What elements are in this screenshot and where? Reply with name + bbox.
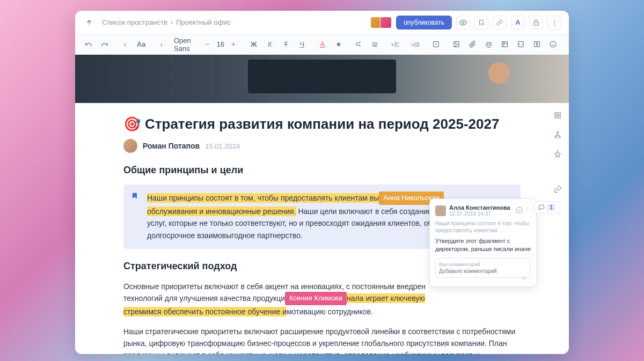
cover-image[interactable] [75, 55, 569, 103]
highlighted-text: обслуживания и инновационные решения. [147, 207, 296, 216]
user-tag-ksenia[interactable]: Ксения Климова [285, 292, 347, 305]
breadcrumb-current[interactable]: Проектный офис [176, 18, 231, 26]
rail-structure-icon[interactable] [551, 128, 565, 142]
chevron-down-icon[interactable]: › [156, 38, 167, 51]
font-size-value: 16 [216, 40, 225, 48]
text-color-button[interactable]: A [317, 38, 328, 51]
body-text: Наши цели включают в себя создание [296, 207, 432, 216]
comment-send-button[interactable]: ▷ [523, 274, 527, 281]
body-text: услуг, которые не только соответствуют, … [147, 219, 433, 227]
link-button[interactable] [493, 16, 507, 30]
size-increase-button[interactable]: + [228, 38, 239, 51]
attachment-button[interactable] [467, 38, 479, 51]
code-button[interactable] [515, 38, 527, 51]
mention-button[interactable]: @ [483, 38, 495, 51]
clear-format-button[interactable] [369, 38, 381, 51]
chevron-down-icon[interactable]: › [119, 38, 131, 51]
comment-card: Алла Константинова 12.07.2019 14:37 ⋮ На… [429, 198, 537, 287]
svg-point-27 [557, 131, 559, 134]
comment-actions: ⋮ [516, 207, 531, 215]
breadcrumb-sep: › [171, 18, 173, 26]
text-style-button[interactable]: Aа [135, 38, 147, 51]
svg-point-30 [559, 136, 561, 138]
author-avatar[interactable] [123, 139, 137, 153]
comment-icon [538, 204, 545, 211]
comment-input[interactable] [439, 268, 527, 274]
highlighted-text: стремимся обеспечить постоянное обучение… [123, 307, 287, 316]
comment-text: Утвердите этот фрагмент с директором, ра… [435, 237, 531, 254]
underline-button[interactable]: Ч [296, 38, 308, 51]
breadcrumb: Список пространств › Проектный офис [102, 18, 231, 26]
svg-point-0 [462, 21, 464, 24]
svg-line-32 [558, 135, 560, 136]
comment-meta: Алла Константинова 12.07.2019 14:37 [449, 204, 510, 217]
title-emoji: 🎯 [123, 116, 141, 132]
rail-link-icon[interactable] [551, 182, 565, 196]
size-decrease-button[interactable]: − [202, 38, 214, 51]
svg-rect-25 [555, 116, 557, 118]
more-icon[interactable]: ⋮ [525, 207, 531, 215]
author-name[interactable]: Роман Потапов [143, 142, 200, 150]
comment-quote: Наши принципы состоят в том, чтобы предо… [435, 220, 531, 234]
topbar-right: опубликовать A ⋮ [372, 16, 561, 30]
layout-button[interactable] [531, 38, 543, 51]
lock-button[interactable] [529, 16, 543, 30]
publish-button[interactable]: опубликовать [396, 16, 452, 30]
svg-point-29 [555, 136, 557, 138]
comment-date: 12.07.2019 14:37 [449, 211, 510, 217]
image-button[interactable] [451, 38, 463, 51]
comment-count: 1 [547, 204, 555, 211]
strikethrough-button[interactable]: Т [280, 38, 292, 51]
author-row: Роман Потапов 15.01.2024 [123, 139, 521, 153]
collaborator-avatars[interactable] [372, 17, 392, 28]
paragraph[interactable]: Наши стратегические приоритеты включают … [123, 326, 521, 354]
resolve-icon[interactable] [516, 207, 523, 215]
comment-header: Алла Константинова 12.07.2019 14:37 ⋮ [435, 204, 531, 217]
highlight-button[interactable] [333, 38, 345, 51]
list-button[interactable]: › [410, 38, 422, 51]
svg-point-8 [414, 42, 415, 43]
comment-author[interactable]: Алла Константинова [449, 204, 510, 211]
svg-rect-19 [538, 42, 540, 47]
italic-button[interactable]: К [264, 38, 276, 51]
svg-point-10 [414, 46, 415, 46]
svg-rect-14 [502, 42, 508, 47]
title-text: Стратегия развития компании на период 20… [145, 116, 499, 132]
font-size-group: − 16 + [202, 38, 239, 51]
redo-button[interactable] [99, 38, 111, 51]
app-window: Список пространств › Проектный офис опуб… [75, 11, 569, 354]
format-paint-button[interactable] [353, 38, 365, 51]
body-text: Основные приоритеты включают в себя акце… [123, 282, 426, 291]
breadcrumb-spaces[interactable]: Список пространств [102, 18, 167, 26]
svg-point-13 [455, 43, 456, 44]
typography-button[interactable]: A [511, 16, 525, 30]
rail-pin-icon[interactable] [551, 147, 565, 161]
checklist-button[interactable] [430, 38, 442, 51]
visibility-button[interactable] [456, 16, 470, 30]
avatar [380, 17, 392, 28]
align-button[interactable]: › [390, 38, 401, 51]
svg-line-31 [556, 135, 558, 136]
bold-button[interactable]: Ж [248, 38, 260, 51]
emoji-button[interactable] [547, 38, 559, 51]
ai-button[interactable]: AI [568, 38, 569, 51]
highlighted-text: Наши принципы состоят в том, чтобы предо… [147, 193, 379, 203]
section-title[interactable]: Общие принципы и цели [123, 165, 521, 176]
more-button[interactable]: ⋮ [547, 16, 561, 30]
body-text: долгосрочное взаимовыгодное партнерство. [147, 231, 303, 240]
font-select[interactable]: Open Sans [172, 35, 193, 54]
document-date: 15.01.2024 [205, 142, 240, 150]
svg-rect-24 [558, 113, 560, 115]
toolbar: › Aа › Open Sans − 16 + Ж К Т Ч A › › @ [75, 34, 569, 55]
highlighted-text: нала играет ключевую [347, 293, 425, 303]
bookmark-button[interactable] [474, 16, 488, 30]
svg-rect-18 [535, 42, 537, 47]
document-title[interactable]: 🎯 Стратегия развития компании на период … [123, 116, 521, 132]
side-rail [551, 108, 565, 196]
table-button[interactable] [499, 38, 511, 51]
nav-up-button[interactable] [83, 16, 96, 29]
comment-counter[interactable]: 1 [533, 201, 560, 213]
undo-button[interactable] [83, 38, 94, 51]
comment-avatar[interactable] [435, 205, 446, 216]
rail-layout-icon[interactable] [551, 108, 565, 122]
